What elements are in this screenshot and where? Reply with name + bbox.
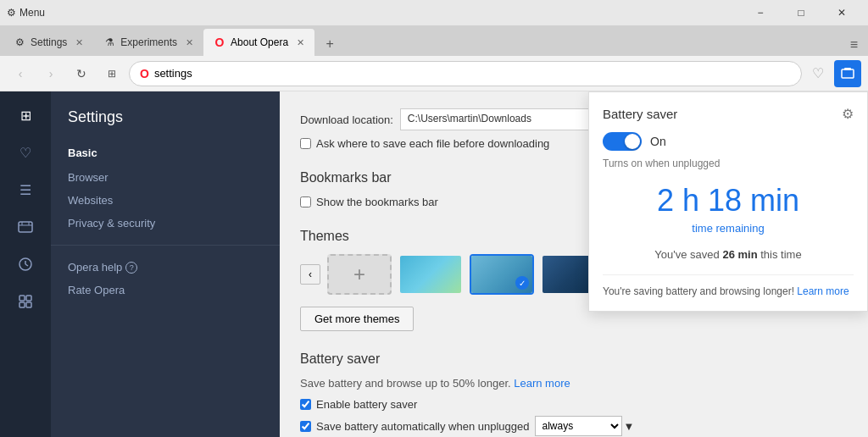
enable-battery-label: Enable battery saver	[316, 398, 417, 411]
settings-title: Settings	[51, 108, 280, 140]
svg-rect-0	[842, 69, 854, 78]
get-more-themes-button[interactable]: Get more themes	[300, 307, 414, 331]
battery-checkbox-2: Save battery automatically when unplugge…	[300, 416, 848, 436]
sidebar: ⊞ ♡ ☰	[0, 91, 51, 437]
settings-privacy-item[interactable]: Privacy & security	[51, 212, 280, 235]
settings-browser-item[interactable]: Browser	[51, 166, 280, 189]
battery-toggle-row: On	[603, 132, 854, 151]
tabs-button[interactable]: ⊞	[98, 60, 125, 87]
back-button[interactable]: ‹	[7, 60, 34, 87]
player-icon	[18, 219, 33, 235]
tab-bar: ⚙ Settings ✕ ⚗ Experiments ✕ O About Ope…	[0, 25, 868, 56]
address-bar[interactable]: O settings	[129, 61, 802, 86]
experiments-tab-icon: ⚗	[103, 36, 115, 48]
toggle-knob	[625, 134, 640, 149]
popup-footer: You're saving battery and browsing longe…	[603, 274, 854, 297]
help-circle-icon: ?	[125, 262, 137, 274]
menu-label: Menu	[19, 7, 45, 19]
svg-rect-9	[19, 296, 25, 301]
about-tab-label: About Opera	[231, 36, 288, 48]
sidebar-player-icon[interactable]	[8, 210, 42, 244]
address-text: settings	[154, 67, 192, 80]
theme-add-button[interactable]: +	[327, 254, 392, 295]
popup-gear-icon[interactable]: ⚙	[842, 106, 854, 122]
settings-panel: Settings Basic Browser Websites Privacy …	[51, 91, 280, 437]
svg-rect-1	[844, 68, 851, 70]
settings-websites-item[interactable]: Websites	[51, 189, 280, 212]
settings-tab-close[interactable]: ✕	[75, 37, 83, 48]
reload-button[interactable]: ↻	[68, 60, 95, 87]
theme-selected-icon: ✓	[515, 276, 529, 290]
battery-toggle[interactable]	[603, 132, 642, 151]
experiments-tab-label: Experiments	[120, 36, 177, 48]
battery-desc-text: Save battery and browse up to 50% longer…	[300, 377, 511, 390]
toolbar-right: ♡	[805, 60, 861, 87]
forward-button[interactable]: ›	[37, 60, 64, 87]
svg-rect-10	[26, 296, 31, 301]
bookmarks-checkbox-label: Show the bookmarks bar	[316, 196, 438, 208]
maximize-button[interactable]: □	[782, 0, 821, 25]
download-label: Download location:	[300, 113, 393, 126]
close-button[interactable]: ✕	[822, 0, 861, 25]
svg-rect-11	[19, 302, 25, 307]
about-tab-close[interactable]: ✕	[297, 37, 304, 48]
theme-prev-button[interactable]: ‹	[300, 264, 320, 285]
svg-rect-12	[26, 302, 31, 307]
toggle-sublabel: Turns on when unplugged	[603, 158, 854, 169]
popup-header: Battery saver ⚙	[603, 106, 854, 122]
heart-button[interactable]: ♡	[805, 62, 831, 85]
main-layout: ⊞ ♡ ☰ S	[0, 91, 868, 437]
theme-1[interactable]	[398, 254, 463, 295]
tab-about[interactable]: O About Opera ✕	[203, 29, 314, 56]
sidebar-history-icon[interactable]	[8, 247, 42, 281]
tab-list-button[interactable]: ≡	[843, 34, 865, 56]
settings-basic-header[interactable]: Basic	[51, 140, 280, 166]
battery-learn-more-link[interactable]: Learn more	[514, 377, 570, 390]
title-bar-left: ⚙ Menu	[7, 7, 45, 19]
theme-2[interactable]: ✓	[470, 254, 534, 295]
svg-line-8	[25, 264, 28, 266]
sidebar-extensions-icon[interactable]	[8, 285, 42, 318]
menu-button[interactable]: ⚙ Menu	[7, 7, 45, 19]
experiments-tab-close[interactable]: ✕	[186, 37, 193, 48]
footer-text: You're saving battery and browsing longe…	[603, 285, 794, 297]
battery-saver-section: Battery saver Save battery and browse up…	[300, 351, 848, 437]
enable-battery-checkbox[interactable]	[300, 399, 311, 410]
tab-experiments[interactable]: ⚗ Experiments ✕	[93, 29, 203, 56]
new-tab-button[interactable]: +	[318, 32, 342, 56]
minimize-button[interactable]: −	[741, 0, 780, 25]
auto-battery-checkbox[interactable]	[300, 421, 311, 432]
popup-title: Battery saver	[603, 107, 677, 121]
download-checkbox[interactable]	[300, 138, 311, 149]
download-checkbox-label: Ask where to save each file before downl…	[316, 137, 549, 150]
extensions-icon	[18, 294, 33, 309]
snapshot-icon	[841, 67, 854, 80]
tab-bar-right: ≡	[843, 34, 865, 56]
battery-frequency-select[interactable]: always when needed never	[535, 416, 622, 436]
snapshot-button[interactable]	[834, 60, 861, 87]
history-icon	[18, 257, 33, 272]
footer-learn-more-link[interactable]: Learn more	[797, 285, 849, 297]
time-min: 18 min	[708, 183, 799, 218]
time-display: 2 h 18 min	[603, 183, 854, 218]
settings-divider	[51, 245, 280, 246]
time-label: time remaining	[603, 222, 854, 235]
settings-help-item[interactable]: Opera help ?	[51, 256, 280, 279]
settings-tab-label: Settings	[31, 36, 67, 48]
window-controls: − □ ✕	[741, 0, 861, 25]
bookmarks-checkbox[interactable]	[300, 196, 311, 207]
battery-checkbox-1: Enable battery saver	[300, 398, 848, 411]
about-tab-icon: O	[214, 36, 225, 48]
sidebar-favorites-icon[interactable]: ♡	[8, 136, 42, 169]
auto-battery-label: Save battery automatically when unplugge…	[316, 420, 530, 433]
sidebar-news-icon[interactable]: ☰	[8, 173, 42, 207]
tab-settings[interactable]: ⚙ Settings ✕	[3, 29, 93, 56]
opera-logo-icon: O	[140, 67, 149, 80]
sidebar-apps-icon[interactable]: ⊞	[8, 98, 42, 132]
toggle-on-label: On	[650, 135, 666, 148]
svg-rect-2	[19, 222, 32, 232]
battery-saver-title: Battery saver	[300, 351, 848, 367]
saved-row: You've saved 26 min this time	[603, 248, 854, 261]
settings-rate-item[interactable]: Rate Opera	[51, 279, 280, 301]
opera-help-label: Opera help	[68, 261, 122, 274]
